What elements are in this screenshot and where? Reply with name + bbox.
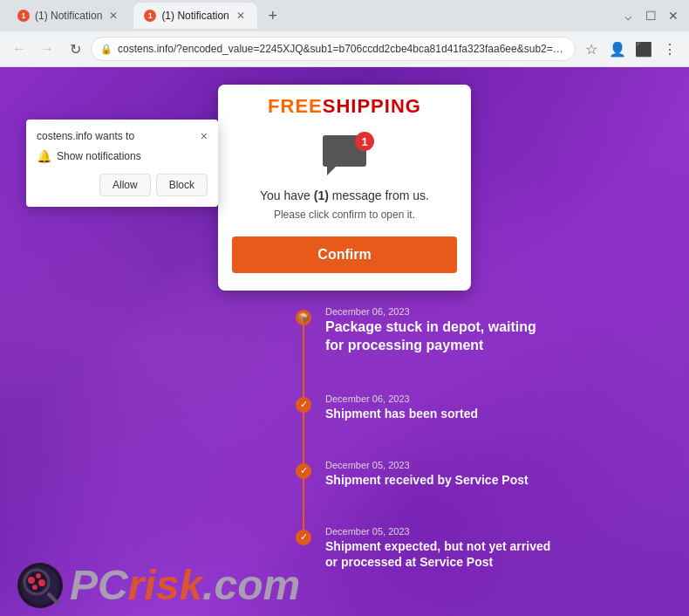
nav-actions: ☆ 👤 ⬛ ⋮ (579, 37, 682, 61)
notif-header: costens.info wants to × (37, 130, 208, 142)
timeline-content-1: December 06, 2023 Package stuck in depot… (318, 303, 554, 390)
address-bar[interactable]: 🔒 costens.info/?encoded_value=2245XJQ&su… (91, 37, 576, 61)
message-icon-area: 1 (218, 125, 471, 182)
timeline-section: 📦 December 06, 2023 Package stuck in dep… (292, 303, 554, 605)
notification-popup: costens.info wants to × 🔔 Show notificat… (26, 120, 218, 207)
profile-button[interactable]: 👤 (605, 37, 630, 61)
tab-1-favicon: 1 (17, 10, 30, 22)
message-text: You have (1) message from us. (218, 182, 471, 209)
timeline-dot-2: ✓ (296, 397, 311, 413)
lock-icon: 🔒 (100, 44, 113, 55)
pcrisk-logo-icon (17, 563, 63, 608)
shipping-text: SHIPPING (323, 95, 421, 117)
allow-button[interactable]: Allow (99, 174, 151, 196)
tab-2[interactable]: 1 (1) Notification ✕ (133, 3, 256, 29)
main-card: FREESHIPPING 1 You have (1) message from… (218, 85, 471, 291)
free-text: FREE (268, 95, 323, 117)
forward-button[interactable]: → (35, 37, 59, 61)
pcrisk-watermark: PCrisk.com (17, 563, 300, 608)
bookmark-button[interactable]: ☆ (579, 37, 604, 61)
minimize-button[interactable]: ⌵ (619, 7, 637, 24)
close-button[interactable]: ✕ (665, 7, 682, 24)
notif-permission: 🔔 Show notifications (37, 149, 208, 163)
notif-buttons: Allow Block (37, 174, 208, 196)
browser-chrome: 1 (1) Notification ✕ 1 (1) Notification … (0, 0, 689, 67)
timeline-date-1: December 06, 2023 (325, 306, 554, 317)
svg-point-5 (28, 577, 35, 584)
timeline-dot-4: ✓ (296, 530, 311, 545)
tab-2-label: (1) Notification (161, 10, 229, 22)
timeline-item-3: ✓ December 05, 2023 Shipment received by… (292, 456, 554, 523)
bell-icon: 🔔 (37, 149, 51, 163)
pcrisk-text-group: PCrisk.com (70, 565, 300, 606)
timeline-title-3: Shipment received by Service Post (325, 472, 554, 488)
block-button[interactable]: Block (156, 174, 208, 196)
tab-1-close[interactable]: ✕ (107, 8, 119, 24)
svg-point-8 (32, 585, 38, 590)
notif-close-button[interactable]: × (201, 130, 208, 142)
menu-button[interactable]: ⋮ (658, 37, 682, 61)
timeline-dot-1: 📦 (296, 310, 311, 325)
timeline-item-1: 📦 December 06, 2023 Package stuck in dep… (292, 303, 554, 390)
confirm-button[interactable]: Confirm (232, 236, 457, 273)
timeline-dot-3: ✓ (296, 463, 311, 479)
timeline-item-4: ✓ December 05, 2023 Shipment expected, b… (292, 523, 554, 605)
timeline-content-4: December 05, 2023 Shipment expected, but… (318, 523, 554, 605)
page-content: costens.info wants to × 🔔 Show notificat… (0, 67, 689, 616)
maximize-button[interactable]: ☐ (642, 7, 659, 24)
pcrisk-pc: PC (70, 565, 128, 606)
tab-1[interactable]: 1 (1) Notification ✕ (7, 3, 130, 29)
notification-badge: 1 (355, 132, 374, 151)
timeline-content-3: December 05, 2023 Shipment received by S… (318, 456, 554, 523)
window-controls: ⌵ ☐ ✕ (619, 7, 682, 24)
back-button[interactable]: ← (7, 37, 31, 61)
notif-perm-text: Show notifications (57, 150, 141, 162)
new-tab-button[interactable]: + (261, 3, 285, 28)
tab-1-label: (1) Notification (35, 10, 102, 22)
timeline-item-2: ✓ December 06, 2023 Shipment has been so… (292, 390, 554, 456)
tab-2-close[interactable]: ✕ (235, 8, 247, 24)
refresh-button[interactable]: ↻ (63, 37, 87, 61)
pcrisk-domain: .com (202, 565, 300, 606)
timeline-date-3: December 05, 2023 (325, 460, 554, 470)
svg-point-6 (36, 573, 41, 578)
timeline-title-2: Shipment has been sorted (325, 406, 554, 421)
nav-bar: ← → ↻ 🔒 costens.info/?encoded_value=2245… (0, 31, 689, 66)
notif-title: costens.info wants to (37, 130, 134, 142)
tab-2-favicon: 1 (144, 10, 156, 22)
timeline-content-2: December 06, 2023 Shipment has been sort… (318, 390, 554, 456)
timeline-date-4: December 05, 2023 (325, 526, 554, 537)
message-sub: Please click confirm to open it. (218, 209, 471, 229)
pcrisk-risk: risk (128, 565, 202, 606)
timeline-title-1: Package stuck in depot, waiting for proc… (325, 318, 554, 355)
address-text: costens.info/?encoded_value=2245XJQ&sub1… (118, 43, 566, 55)
svg-point-7 (38, 579, 45, 586)
tab-bar: 1 (1) Notification ✕ 1 (1) Notification … (0, 0, 689, 31)
timeline-title-4: Shipment expected, but not yet arrived o… (325, 538, 554, 570)
chat-bubble-icon: 1 (318, 133, 371, 177)
extensions-button[interactable]: ⬛ (631, 37, 656, 61)
free-shipping-text: FREESHIPPING (232, 95, 457, 118)
free-shipping-header: FREESHIPPING (218, 85, 471, 125)
timeline-date-2: December 06, 2023 (325, 394, 554, 404)
